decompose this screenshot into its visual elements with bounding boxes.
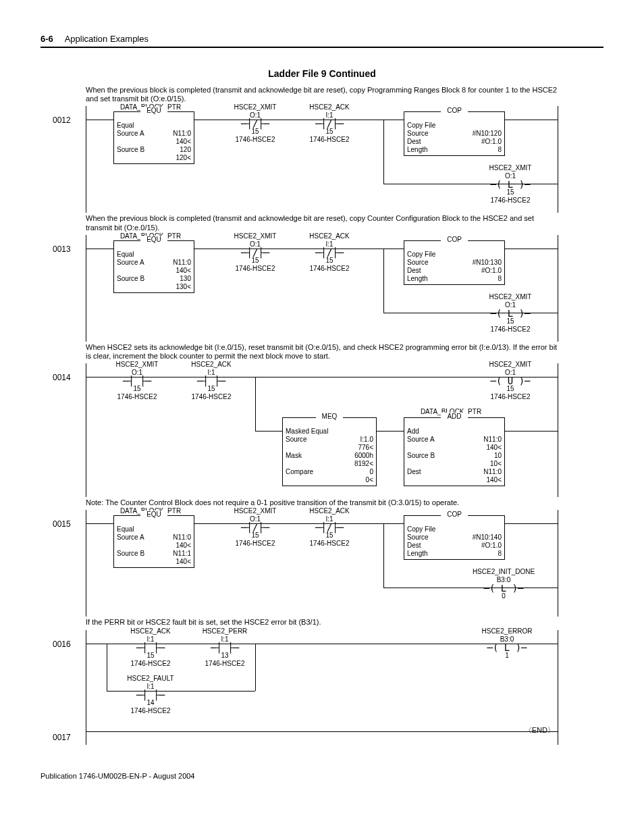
diagram-title: Ladder File 9 Continued [41,68,603,79]
latch-coil: HSCE2_INIT_DONEB3:0 ─( L )─ 0 [470,568,537,600]
xio-contact: HSCE2_ACK I:1 ─┤/├─ 15 1746-HSCE2 [306,103,353,144]
publication-footer: Publication 1746-UM002B-EN-P - August 20… [41,772,603,780]
xic-contact: HSCE2_XMITO:1 ─┤ ├─151746-HSCE2 [113,361,161,401]
latch-coil: HSCE2_ERRORB3:0 ─( L )─ 1 [477,627,537,660]
page-number: 6-6 [41,34,53,44]
rung-comment: Note: The Counter Control Block does not… [86,498,558,507]
rung-number: 0014 [53,373,71,382]
xio-contact: HSCE2_XMITO:1 ─┤/├─151746-HSCE2 [232,507,279,548]
add-block: ADD Add Source AN11:0 140< Source B10 10… [404,417,505,486]
cop-block: COP Copy File Source#N10:140 Dest#O:1.0 … [404,515,505,560]
equ-block: EQU Equal Source AN11:0 140< Source BN11… [113,515,194,568]
xio-contact: HSCE2_ACKI:1 ─┤/├─151746-HSCE2 [306,507,353,548]
ladder-diagram: When the previous block is completed (tr… [86,86,558,745]
rung-0017: 0017 〈END〉 [86,723,558,745]
end-instruction: 〈END〉 [525,726,555,735]
latch-coil: HSCE2_XMIT O:1 ─( L )─ 15 1746-HSCE2 [483,164,537,205]
rung-number: 0017 [53,733,71,742]
xio-contact: HSCE2_XMITO:1 ─┤/├─151746-HSCE2 [232,232,279,273]
xic-contact: HSCE2_FAULTI:1 ─┤ ├─141746-HSCE2 [127,675,174,715]
xic-contact: HSCE2_PERRI:1 ─┤ ├─131746-HSCE2 [201,627,248,668]
xic-contact: HSCE2_ACKI:1 ─┤ ├─151746-HSCE2 [188,361,235,401]
rung-comment: If the PERR bit or HSCE2 fault bit is se… [86,618,558,627]
latch-coil: HSCE2_XMITO:1 ─( L )─ 151746-HSCE2 [483,293,537,334]
equ-block: EQU Equal Source AN11:0 140< Source B130… [113,240,194,293]
equ-block: EQU Equal Source AN11:0 140< Source B120… [113,111,194,164]
xio-contact: HSCE2_XMIT O:1 ─┤/├─ 15 1746-HSCE2 [232,103,279,144]
rung-0016: 0016 HSCE2_ACKI:1 ─┤ ├─151746-HSCE2 HSCE… [86,630,558,723]
cop-block: COP Copy File Source#N10:130 Dest#O:1.0 … [404,240,505,285]
rung-0012: 0012 DATA_BLOCK_PTR EQU Equal Source AN1… [86,106,558,213]
rung-0014: 0014 HSCE2_XMITO:1 ─┤ ├─151746-HSCE2 HSC… [86,363,558,497]
rung-0015: 0015 DATA_BLOCK_PTR EQU Equal Source AN1… [86,510,558,617]
rung-0013: 0013 DATA_BLOCK_PTR EQU Equal Source AN1… [86,235,558,342]
meq-block: MEQ Masked Equal SourceI:1.0 776< Mask60… [282,417,377,486]
rung-number: 0015 [53,519,71,529]
unlatch-coil: HSCE2_XMITO:1 ─( U )─ 151746-HSCE2 [483,361,537,401]
rung-comment: When the previous block is completed (tr… [86,214,558,232]
page-header: 6-6 Application Examples [41,34,603,48]
xio-contact: HSCE2_ACKI:1 ─┤/├─151746-HSCE2 [306,232,353,273]
rung-number: 0013 [53,244,71,254]
xic-contact: HSCE2_ACKI:1 ─┤ ├─151746-HSCE2 [127,627,174,668]
rung-number: 0016 [53,640,71,649]
section-title: Application Examples [65,34,149,44]
rung-comment: When HSCE2 sets its acknowledge bit (I:e… [86,343,558,361]
rung-comment: When the previous block is completed (tr… [86,86,558,103]
cop-block: COP Copy File Source#N10:120 Dest#O:1.0 … [404,111,505,156]
rung-number: 0012 [53,115,71,125]
